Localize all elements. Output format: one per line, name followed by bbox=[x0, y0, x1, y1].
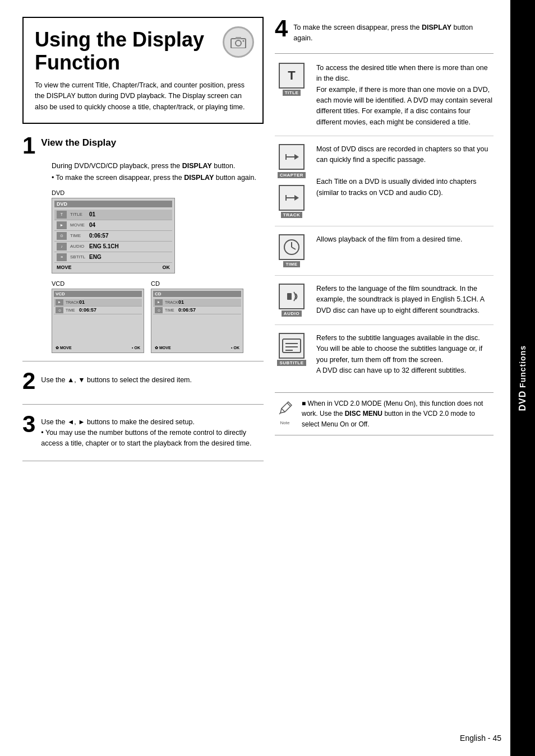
vcd-time-value: 0:06:57 bbox=[79, 307, 96, 313]
right-column: 4 To make the screen disappear, press th… bbox=[275, 17, 494, 469]
vcd-screen: VCD ► TRACK 01 ⊙ TIME 0 bbox=[52, 289, 144, 353]
subtitle-icon-box: SUBTITLE bbox=[275, 333, 308, 366]
note-text: ■ When in VCD 2.0 MODE (Menu On), this f… bbox=[302, 398, 494, 430]
step4-section: 4 To make the screen disappear, press th… bbox=[275, 17, 494, 54]
left-column: Using the Display Function To view bbox=[22, 17, 264, 469]
two-col-layout: Using the Display Function To view bbox=[22, 17, 494, 469]
dvd-subtitle-value: ENG bbox=[89, 254, 102, 260]
cd-screen-header: CD bbox=[153, 291, 241, 297]
sidebar-tab-text: DVD Functions bbox=[518, 345, 528, 411]
step1-body1: During DVD/VCD/CD playback, press the DI… bbox=[52, 161, 264, 171]
audio-icon-box: AUDIO bbox=[275, 284, 308, 317]
note-box: Note ■ When in VCD 2.0 MODE (Menu On), t… bbox=[275, 392, 494, 436]
step1-body2: • To make the screen disappear, press th… bbox=[52, 173, 264, 183]
cd-track-label: TRACK bbox=[165, 300, 176, 304]
dvd-row-4: ♪ AUDIO ENG 5.1CH bbox=[54, 242, 172, 252]
icon-row-chapter-track: CHAPTER TRACK bbox=[275, 144, 494, 226]
title-icon-box: T TITLE bbox=[275, 63, 308, 96]
svg-rect-2 bbox=[236, 37, 241, 39]
diagrams-area: DVD DVD T TITLE 01 ► MOVIE 04 bbox=[22, 189, 264, 353]
icon-row-time: TIME Allows playback of the film from a … bbox=[275, 234, 494, 276]
small-screens: VCD VCD ► TRACK 01 ⊙ bbox=[52, 280, 264, 353]
step4-header: 4 To make the screen disappear, press th… bbox=[275, 17, 494, 44]
cd-container: CD CD ► TRACK 01 ⊙ bbox=[151, 280, 243, 353]
icon-row-subtitle: SUBTITLE Refers to the subtitle language… bbox=[275, 333, 494, 384]
dvd-audio-value: ENG 5.1CH bbox=[89, 243, 119, 249]
step1-title: View the Display bbox=[41, 137, 116, 149]
dvd-time-label: TIME bbox=[70, 233, 86, 238]
step2-body: Use the ▲, ▼ buttons to select the desir… bbox=[41, 375, 192, 386]
dvd-row-2: ► MOVIE 04 bbox=[54, 220, 172, 231]
dvd-title-label: TITLE bbox=[70, 212, 86, 217]
cd-time-label: TIME bbox=[165, 308, 176, 312]
step2-number: 2 bbox=[22, 369, 35, 393]
step4-number: 4 bbox=[275, 17, 288, 40]
note-label: Note bbox=[280, 420, 290, 425]
vcd-label: VCD bbox=[52, 280, 144, 287]
title-icon-tag: TITLE bbox=[283, 90, 301, 96]
dvd-tab-bold: DVD bbox=[518, 391, 527, 411]
vcd-footer-right: ▪ OK bbox=[132, 346, 140, 350]
vcd-track-value: 01 bbox=[79, 299, 85, 305]
dvd-movie-icon: ► bbox=[57, 221, 67, 229]
dvd-time-value: 0:06:57 bbox=[89, 233, 108, 239]
chapter-track-icon-box: CHAPTER TRACK bbox=[275, 144, 308, 218]
step3-number: 3 bbox=[22, 412, 35, 436]
track-icon-tag: TRACK bbox=[281, 212, 303, 218]
page-wrapper: Using the Display Function To view bbox=[0, 0, 535, 756]
step3-header: 3 Use the ◄, ► buttons to make the desir… bbox=[22, 412, 264, 449]
dvd-screen-header: DVD bbox=[54, 201, 172, 207]
cd-track-value: 01 bbox=[178, 299, 184, 305]
svg-marker-5 bbox=[294, 154, 299, 160]
step1-section: 1 View the Display During DVD/VCD/CD pla… bbox=[22, 134, 264, 361]
dvd-audio-label: AUDIO bbox=[70, 244, 86, 249]
cd-track-icon: ► bbox=[155, 299, 163, 305]
dvd-movie-value: 04 bbox=[89, 222, 95, 228]
dvd-row-3: ⊙ TIME 0:06:57 bbox=[54, 231, 172, 242]
dvd-audio-icon: ♪ bbox=[57, 243, 67, 251]
dvd-subtitle-icon: ≡ bbox=[57, 253, 67, 261]
cd-screen-footer: ✿ MOVE ▪ OK bbox=[153, 345, 241, 351]
cd-label: CD bbox=[151, 280, 243, 287]
note-pencil-icon bbox=[275, 398, 295, 419]
cd-screen: CD ► TRACK 01 ⊙ TIME 0: bbox=[151, 289, 243, 353]
step3-body1: Use the ◄, ► buttons to make the desired… bbox=[41, 417, 264, 428]
time-icon-desc: Allows playback of the film from a desir… bbox=[316, 234, 494, 245]
title-icon-graphic: T bbox=[279, 63, 305, 89]
svg-line-20 bbox=[282, 409, 285, 412]
step3-body2: • You may use the number buttons of the … bbox=[41, 428, 264, 449]
vcd-track-label: TRACK bbox=[66, 300, 77, 304]
title-icon-desc: To access the desired title when there i… bbox=[316, 63, 494, 128]
subtitle-icon-graphic bbox=[279, 333, 305, 359]
cd-footer-left: ✿ MOVE bbox=[155, 346, 171, 350]
vcd-time-label: TIME bbox=[66, 308, 77, 312]
icon-row-title: T TITLE To access the desired title when… bbox=[275, 63, 494, 136]
page-number: English - 45 bbox=[460, 734, 501, 743]
cd-footer-right: ▪ OK bbox=[231, 346, 239, 350]
vcd-row-1: ► TRACK 01 bbox=[54, 299, 142, 307]
audio-icon-graphic bbox=[279, 284, 305, 309]
svg-marker-18 bbox=[280, 402, 292, 413]
dvd-footer-left: MOVE bbox=[57, 265, 72, 270]
cd-row-1: ► TRACK 01 bbox=[153, 299, 241, 307]
camera-icon bbox=[223, 26, 254, 58]
vcd-screen-header: VCD bbox=[54, 291, 142, 297]
svg-marker-8 bbox=[294, 195, 299, 201]
sidebar-tab: DVD Functions bbox=[510, 0, 535, 756]
step3-section: 3 Use the ◄, ► buttons to make the desir… bbox=[22, 412, 264, 461]
step1-header: 1 View the Display bbox=[22, 134, 264, 157]
step3-content: Use the ◄, ► buttons to make the desired… bbox=[41, 417, 264, 449]
page-footer: English - 45 bbox=[460, 734, 501, 743]
vcd-footer-left: ✿ MOVE bbox=[56, 346, 72, 350]
subtitle-icon-desc: Refers to the subtitle languages availab… bbox=[316, 333, 494, 377]
subtitle-icon-tag: SUBTITLE bbox=[277, 360, 306, 366]
page-title: Using the Display Function bbox=[35, 28, 251, 75]
svg-rect-13 bbox=[287, 293, 292, 300]
icon-row-audio: AUDIO Refers to the language of the film… bbox=[275, 284, 494, 325]
vcd-row-2: ⊙ TIME 0:06:57 bbox=[54, 307, 142, 314]
dvd-row-1: T TITLE 01 bbox=[54, 210, 172, 220]
dvd-screen: DVD T TITLE 01 ► MOVIE 04 bbox=[52, 198, 175, 273]
title-box: Using the Display Function To view bbox=[22, 17, 264, 124]
dvd-movie-label: MOVIE bbox=[70, 222, 86, 228]
audio-icon-tag: AUDIO bbox=[282, 310, 302, 317]
